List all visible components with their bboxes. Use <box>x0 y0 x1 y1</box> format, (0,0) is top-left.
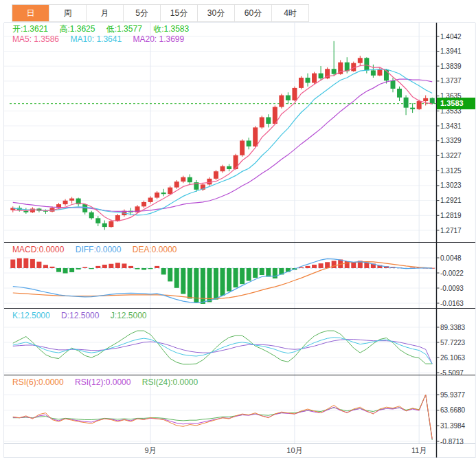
svg-text:-0.0163: -0.0163 <box>440 300 464 307</box>
rsi-panel <box>13 395 432 440</box>
tab-daily[interactable]: 日 <box>12 5 49 21</box>
ma-lines <box>13 65 432 221</box>
svg-text:10月: 10月 <box>286 446 302 454</box>
tab-5min[interactable]: 5分 <box>124 5 161 21</box>
ohlc-high: 高:1.3625 <box>59 24 95 34</box>
rsi6-value: RSI(6):0.0000 <box>12 377 64 387</box>
svg-text:31.3984: 31.3984 <box>440 422 466 430</box>
tab-monthly[interactable]: 月 <box>87 5 124 21</box>
svg-text:1.3941: 1.3941 <box>440 47 462 55</box>
j-value: J:12.5000 <box>111 311 147 320</box>
svg-text:1.2819: 1.2819 <box>440 212 462 219</box>
ma10-value: MA10: 1.3641 <box>70 34 122 44</box>
svg-text:-0.0093: -0.0093 <box>440 285 464 292</box>
timeframe-tabbar: 日 周 月 5分 15分 30分 60分 4时 <box>12 4 309 22</box>
svg-text:1.2717: 1.2717 <box>440 227 462 234</box>
macd-panel <box>10 258 435 304</box>
tab-60min[interactable]: 60分 <box>235 5 272 21</box>
macd-value: MACD:0.0000 <box>12 245 64 254</box>
kdj-panel <box>13 331 432 364</box>
ohlc-info-row: 开:1.3621 高:1.3625 低:1.3577 收:1.3583 <box>12 23 198 35</box>
diff-value: DIFF:0.0000 <box>76 245 122 254</box>
tab-30min[interactable]: 30分 <box>198 5 235 21</box>
dea-value: DEA:0.0000 <box>133 245 177 254</box>
svg-text:-0.0022: -0.0022 <box>440 270 464 277</box>
rsi24-value: RSI(24):0.0000 <box>142 377 198 387</box>
kline-chart-app: 1.40421.39411.38391.37371.36351.35331.34… <box>0 0 476 462</box>
svg-text:1.3839: 1.3839 <box>440 63 462 70</box>
month-axis: 9月10月11月 <box>145 446 427 454</box>
rsi-info-row: RSI(6):0.0000 RSI(12):0.0000 RSI(24):0.0… <box>12 377 207 387</box>
rsi12-value: RSI(12):0.0000 <box>75 377 131 387</box>
svg-text:9月: 9月 <box>145 446 157 454</box>
svg-text:63.6680: 63.6680 <box>440 406 466 414</box>
svg-text:1.2921: 1.2921 <box>440 197 462 204</box>
tab-weekly[interactable]: 周 <box>49 5 87 21</box>
svg-text:89.3383: 89.3383 <box>440 324 466 331</box>
svg-text:1.3431: 1.3431 <box>440 122 462 130</box>
macd-info-row: MACD:0.0000 DIFF:0.0000 DEA:0.0000 <box>12 245 185 254</box>
kdj-info-row: K:12.5000 D:12.5000 J:12.5000 <box>12 311 156 320</box>
ma-info-row: MA5: 1.3586 MA10: 1.3641 MA20: 1.3699 <box>12 34 193 44</box>
tab-15min[interactable]: 15分 <box>161 5 198 21</box>
svg-text:57.7223: 57.7223 <box>440 339 466 346</box>
ohlc-open: 开:1.3621 <box>12 24 48 34</box>
svg-text:11月: 11月 <box>411 446 427 454</box>
tab-4hour[interactable]: 4时 <box>272 5 308 21</box>
ohlc-low: 低:1.3577 <box>106 24 142 34</box>
ma20-value: MA20: 1.3699 <box>133 34 184 44</box>
ohlc-close: 收:1.3583 <box>153 24 189 34</box>
svg-text:1.3737: 1.3737 <box>440 77 462 85</box>
d-value: D:12.5000 <box>61 311 99 320</box>
svg-text:-5.5097: -5.5097 <box>440 369 464 377</box>
chart-svg: 1.40421.39411.38391.37371.36351.35331.34… <box>0 0 476 462</box>
ma5-value: MA5: 1.3586 <box>12 34 59 44</box>
svg-text:-0.8713: -0.8713 <box>440 438 464 446</box>
svg-text:1.3329: 1.3329 <box>440 137 462 144</box>
svg-text:95.9377: 95.9377 <box>440 391 466 399</box>
svg-text:1.4042: 1.4042 <box>440 33 462 41</box>
svg-text:0.0048: 0.0048 <box>440 254 462 262</box>
svg-text:1.3125: 1.3125 <box>440 167 462 175</box>
svg-text:1.3227: 1.3227 <box>440 152 462 160</box>
price-axis: 1.40421.39411.38391.37371.36351.35331.34… <box>437 33 466 446</box>
current-price-badge: 1.3583 <box>437 98 475 109</box>
svg-text:26.1063: 26.1063 <box>440 354 466 362</box>
k-value: K:12.5000 <box>12 311 50 320</box>
svg-text:1.3023: 1.3023 <box>440 182 462 189</box>
